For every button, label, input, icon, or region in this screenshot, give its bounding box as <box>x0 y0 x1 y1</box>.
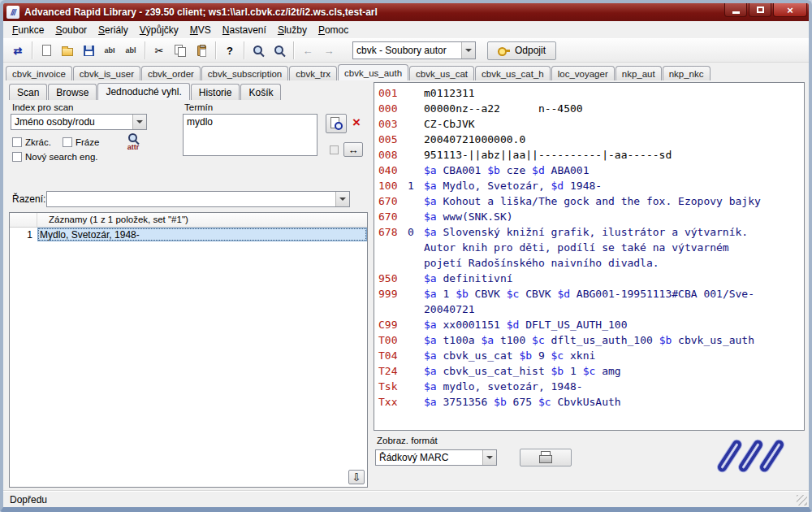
attr-button[interactable]: attr <box>121 132 145 151</box>
search-tab[interactable]: Jednoduché vyhl. <box>97 83 189 100</box>
menu-item[interactable]: Funkce <box>6 23 50 37</box>
paste-button[interactable] <box>191 41 212 60</box>
search-panel: ScanBrowseJednoduché vyhl.HistorieKošík … <box>9 82 369 489</box>
index-combo[interactable]: Jméno osoby/rodu <box>11 114 147 130</box>
database-tab[interactable]: cbvk_invoice <box>6 66 72 80</box>
database-tab[interactable]: loc_voyager <box>551 66 615 80</box>
find-next-button[interactable] <box>269 41 290 60</box>
export-button[interactable]: ⇩ <box>348 470 365 484</box>
marc-content: $a www(SNK.SK) <box>424 209 770 224</box>
database-tab[interactable]: cbvk_trx <box>289 66 337 80</box>
clear-button[interactable]: × <box>352 115 361 129</box>
new-record-button[interactable] <box>36 41 57 60</box>
menu-item[interactable]: Nastavení <box>217 23 272 37</box>
index-label: Index pro scan <box>12 102 73 112</box>
format-combo[interactable]: Řádkový MARC <box>375 449 497 466</box>
maximize-icon <box>757 7 764 13</box>
title-bar[interactable]: /// Advanced Rapid Library - z39.50 clie… <box>3 3 809 21</box>
marc-indicator <box>408 332 424 348</box>
results-list: Záznamy (1 z 1 položek, set "#1") 1 Mydl… <box>9 212 368 488</box>
chevron-down-icon[interactable] <box>461 42 475 59</box>
close-button[interactable]: × <box>773 3 807 17</box>
menu-item[interactable]: Pomoc <box>313 23 354 37</box>
menu-bar: FunkceSouborSeriályVýpůjčkyMVSNastaveníS… <box>3 21 809 38</box>
expand-button[interactable]: ↔ <box>343 142 363 157</box>
checkbox-fraze[interactable]: Fráze <box>63 137 99 147</box>
copy-icon <box>175 45 186 56</box>
find-button[interactable] <box>248 41 269 60</box>
search-tab[interactable]: Scan <box>9 84 47 100</box>
marc-content: $a cbvk_us_cat_hist $b 1 $c amg <box>424 363 770 379</box>
menu-item[interactable]: Soubor <box>50 23 93 37</box>
checkbox-box <box>63 137 72 147</box>
sort-label: Řazení: <box>9 193 46 205</box>
marc-record-view[interactable]: 001 m0112311 000 00000nz--a22 n--4500 00… <box>374 82 805 431</box>
search-button[interactable] <box>326 114 347 133</box>
results-header[interactable]: Záznamy (1 z 1 položek, set "#1") <box>10 213 367 228</box>
copy-button[interactable] <box>170 41 191 60</box>
result-row-text: Mydlo, Svetozár, 1948- <box>40 229 140 241</box>
record-panel: 001 m0112311 000 00000nz--a22 n--4500 00… <box>374 82 805 489</box>
help-button[interactable]: ? <box>219 41 240 60</box>
checkbox-label: Zkrác. <box>25 137 51 147</box>
marc-line: C99 $a xx0001151 $d DFLT_US_AUTH_100 <box>378 317 770 332</box>
menu-item[interactable]: MVS <box>184 23 217 37</box>
save-button[interactable] <box>78 41 99 60</box>
chevron-down-icon[interactable] <box>482 450 496 465</box>
database-tab[interactable]: nkp_aut <box>615 66 662 80</box>
marc-tag: T00 <box>378 332 408 348</box>
minimize-button[interactable] <box>724 3 747 17</box>
open-folder-icon <box>62 48 73 56</box>
chevron-down-icon[interactable] <box>132 115 146 129</box>
search-tab[interactable]: Browse <box>48 84 97 100</box>
database-tab[interactable]: cbvk_us_cat <box>409 66 474 80</box>
back-button[interactable]: ← <box>297 41 318 60</box>
marc-line: T00 $a t100a $a t100 $c dflt_us_auth_100… <box>378 332 770 348</box>
database-tab[interactable]: cbvk_us_auth <box>338 64 408 80</box>
marc-indicator <box>408 317 424 332</box>
format-bar: Zobraz. formát Řádkový MARC <box>374 431 805 489</box>
checkbox-box <box>12 137 22 147</box>
database-tab[interactable]: cbvk_is_user <box>73 66 140 80</box>
close-icon: × <box>787 5 793 15</box>
marc-line: 950 $a definitivní <box>378 271 770 286</box>
term-input[interactable]: mydlo <box>183 114 317 156</box>
resize-grip[interactable] <box>797 495 807 505</box>
checkbox-zkrac[interactable]: Zkrác. <box>12 137 51 147</box>
database-tab[interactable]: cbvk_us_cat_h <box>475 66 551 80</box>
text-tool-button[interactable]: abI <box>99 41 120 60</box>
mini-checkbox[interactable] <box>330 145 339 154</box>
marc-tag: T04 <box>378 348 408 363</box>
cut-button[interactable]: ✂ <box>149 41 170 60</box>
database-combo[interactable]: cbvk - Soubory autor <box>352 41 476 59</box>
marc-content: m0112311 <box>424 85 770 101</box>
text-style-button[interactable]: abl <box>120 41 141 60</box>
chevron-down-icon[interactable] <box>335 192 349 206</box>
result-row-number: 1 <box>10 229 37 241</box>
search-tab[interactable]: Historie <box>191 84 240 100</box>
results-header-label[interactable]: Záznamy (1 z 1 položek, set "#1") <box>37 213 367 227</box>
database-tab[interactable]: cbvk_subscription <box>201 66 288 80</box>
database-tab[interactable]: nkp_nkc <box>663 66 710 80</box>
database-tab[interactable]: cbvk_order <box>141 66 201 80</box>
sort-combo[interactable] <box>46 191 350 207</box>
checkbox-new-search-engine[interactable]: Nový search eng. <box>12 152 98 162</box>
marc-line: T24 $a cbvk_us_cat_hist $b 1 $c amg <box>378 363 770 379</box>
attr-magnifier-icon <box>127 132 140 145</box>
results-header-number-column[interactable] <box>10 213 37 227</box>
disconnect-label: Odpojit <box>515 45 546 56</box>
forward-button[interactable]: → <box>318 41 339 60</box>
maximize-button[interactable] <box>749 3 771 17</box>
menu-item[interactable]: Výpůjčky <box>134 23 184 37</box>
search-tab[interactable]: Košík <box>240 84 281 100</box>
print-button[interactable] <box>520 449 572 466</box>
marc-line: 670 $a Kohout a liška/The gock and the f… <box>378 193 770 209</box>
marc-tag: C99 <box>378 317 408 332</box>
connect-button[interactable]: ⇄ <box>7 41 28 60</box>
menu-item[interactable]: Služby <box>272 23 313 37</box>
resize-horizontal-icon: ↔ <box>348 145 359 155</box>
disconnect-button[interactable]: Odpojit <box>487 41 556 60</box>
open-button[interactable] <box>57 41 78 60</box>
result-row[interactable]: 1 Mydlo, Svetozár, 1948- <box>10 228 367 241</box>
menu-item[interactable]: Seriály <box>93 23 134 37</box>
